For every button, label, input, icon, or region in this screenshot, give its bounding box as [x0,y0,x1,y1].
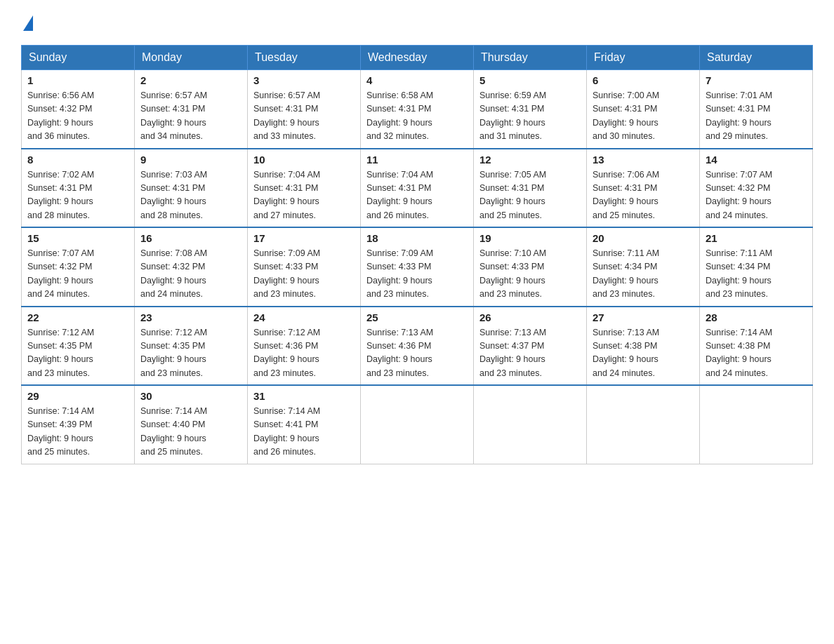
day-of-week-header: Thursday [474,46,587,70]
day-info: Sunrise: 7:03 AMSunset: 4:31 PMDaylight:… [140,168,241,223]
calendar-day-cell: 5Sunrise: 6:59 AMSunset: 4:31 PMDaylight… [474,70,587,149]
day-info: Sunrise: 7:06 AMSunset: 4:31 PMDaylight:… [593,168,694,223]
calendar-day-cell: 27Sunrise: 7:13 AMSunset: 4:38 PMDayligh… [587,307,700,386]
day-number: 7 [706,74,807,86]
calendar-day-cell: 18Sunrise: 7:09 AMSunset: 4:33 PMDayligh… [361,227,474,307]
day-info: Sunrise: 6:57 AMSunset: 4:31 PMDaylight:… [253,89,355,144]
calendar-day-cell: 19Sunrise: 7:10 AMSunset: 4:33 PMDayligh… [474,227,587,307]
day-info: Sunrise: 7:12 AMSunset: 4:35 PMDaylight:… [27,326,128,381]
day-of-week-header: Sunday [22,46,135,70]
calendar-day-cell [700,385,813,464]
calendar-week-row: 22Sunrise: 7:12 AMSunset: 4:35 PMDayligh… [22,307,813,386]
calendar-day-cell: 6Sunrise: 7:00 AMSunset: 4:31 PMDaylight… [587,70,700,149]
calendar-day-cell: 13Sunrise: 7:06 AMSunset: 4:31 PMDayligh… [587,149,700,228]
calendar-table: SundayMondayTuesdayWednesdayThursdayFrid… [21,45,813,464]
day-info: Sunrise: 7:10 AMSunset: 4:33 PMDaylight:… [479,247,581,302]
day-number: 24 [253,311,355,323]
calendar-day-cell: 10Sunrise: 7:04 AMSunset: 4:31 PMDayligh… [248,149,361,228]
calendar-day-cell: 29Sunrise: 7:14 AMSunset: 4:39 PMDayligh… [22,385,135,464]
day-info: Sunrise: 7:09 AMSunset: 4:33 PMDaylight:… [366,247,468,302]
day-number: 27 [593,311,694,323]
day-info: Sunrise: 7:01 AMSunset: 4:31 PMDaylight:… [706,89,807,144]
day-number: 4 [366,74,468,86]
calendar-day-cell: 17Sunrise: 7:09 AMSunset: 4:33 PMDayligh… [248,227,361,307]
day-info: Sunrise: 7:13 AMSunset: 4:38 PMDaylight:… [593,326,694,381]
calendar-day-cell: 14Sunrise: 7:07 AMSunset: 4:32 PMDayligh… [700,149,813,228]
page-header [21,14,813,31]
day-number: 8 [27,154,128,166]
calendar-day-cell: 21Sunrise: 7:11 AMSunset: 4:34 PMDayligh… [700,227,813,307]
day-number: 9 [140,154,241,166]
calendar-day-cell: 11Sunrise: 7:04 AMSunset: 4:31 PMDayligh… [361,149,474,228]
day-number: 10 [253,154,355,166]
logo-triangle-icon [23,15,33,31]
day-info: Sunrise: 7:04 AMSunset: 4:31 PMDaylight:… [366,168,468,223]
day-number: 22 [27,311,128,323]
calendar-day-cell: 30Sunrise: 7:14 AMSunset: 4:40 PMDayligh… [135,385,248,464]
day-info: Sunrise: 6:57 AMSunset: 4:31 PMDaylight:… [140,89,241,144]
day-number: 14 [706,154,807,166]
calendar-day-cell: 22Sunrise: 7:12 AMSunset: 4:35 PMDayligh… [22,307,135,386]
day-info: Sunrise: 7:07 AMSunset: 4:32 PMDaylight:… [27,247,128,302]
day-info: Sunrise: 7:11 AMSunset: 4:34 PMDaylight:… [593,247,694,302]
calendar-day-cell: 8Sunrise: 7:02 AMSunset: 4:31 PMDaylight… [22,149,135,228]
day-info: Sunrise: 7:04 AMSunset: 4:31 PMDaylight:… [253,168,355,223]
day-number: 21 [706,232,807,244]
day-number: 16 [140,232,241,244]
calendar-day-cell: 31Sunrise: 7:14 AMSunset: 4:41 PMDayligh… [248,385,361,464]
calendar-week-row: 8Sunrise: 7:02 AMSunset: 4:31 PMDaylight… [22,149,813,228]
day-number: 19 [479,232,581,244]
calendar-day-cell [474,385,587,464]
day-number: 5 [479,74,581,86]
day-number: 23 [140,311,241,323]
calendar-day-cell: 1Sunrise: 6:56 AMSunset: 4:32 PMDaylight… [22,70,135,149]
day-number: 25 [366,311,468,323]
day-info: Sunrise: 7:14 AMSunset: 4:39 PMDaylight:… [27,405,128,459]
day-number: 17 [253,232,355,244]
calendar-day-cell: 23Sunrise: 7:12 AMSunset: 4:35 PMDayligh… [135,307,248,386]
day-info: Sunrise: 7:13 AMSunset: 4:37 PMDaylight:… [479,326,581,381]
calendar-day-cell: 2Sunrise: 6:57 AMSunset: 4:31 PMDaylight… [135,70,248,149]
day-number: 6 [593,74,694,86]
calendar-week-row: 15Sunrise: 7:07 AMSunset: 4:32 PMDayligh… [22,227,813,307]
day-info: Sunrise: 7:07 AMSunset: 4:32 PMDaylight:… [706,168,807,223]
day-of-week-header: Wednesday [361,46,474,70]
calendar-day-cell: 25Sunrise: 7:13 AMSunset: 4:36 PMDayligh… [361,307,474,386]
day-info: Sunrise: 7:14 AMSunset: 4:40 PMDaylight:… [140,405,241,459]
day-number: 29 [27,390,128,402]
calendar-header-row: SundayMondayTuesdayWednesdayThursdayFrid… [22,46,813,70]
logo [21,14,33,31]
day-of-week-header: Monday [135,46,248,70]
day-number: 1 [27,74,128,86]
day-info: Sunrise: 6:56 AMSunset: 4:32 PMDaylight:… [27,89,128,144]
day-info: Sunrise: 7:05 AMSunset: 4:31 PMDaylight:… [479,168,581,223]
calendar-day-cell: 16Sunrise: 7:08 AMSunset: 4:32 PMDayligh… [135,227,248,307]
day-number: 11 [366,154,468,166]
day-info: Sunrise: 7:08 AMSunset: 4:32 PMDaylight:… [140,247,241,302]
day-number: 15 [27,232,128,244]
day-info: Sunrise: 7:11 AMSunset: 4:34 PMDaylight:… [706,247,807,302]
day-of-week-header: Saturday [700,46,813,70]
day-of-week-header: Friday [587,46,700,70]
calendar-day-cell: 7Sunrise: 7:01 AMSunset: 4:31 PMDaylight… [700,70,813,149]
day-info: Sunrise: 7:14 AMSunset: 4:38 PMDaylight:… [706,326,807,381]
day-of-week-header: Tuesday [248,46,361,70]
day-number: 26 [479,311,581,323]
day-number: 3 [253,74,355,86]
day-number: 13 [593,154,694,166]
calendar-day-cell: 15Sunrise: 7:07 AMSunset: 4:32 PMDayligh… [22,227,135,307]
day-number: 20 [593,232,694,244]
calendar-day-cell: 28Sunrise: 7:14 AMSunset: 4:38 PMDayligh… [700,307,813,386]
day-info: Sunrise: 7:09 AMSunset: 4:33 PMDaylight:… [253,247,355,302]
calendar-day-cell: 20Sunrise: 7:11 AMSunset: 4:34 PMDayligh… [587,227,700,307]
day-number: 28 [706,311,807,323]
day-info: Sunrise: 7:12 AMSunset: 4:36 PMDaylight:… [253,326,355,381]
calendar-day-cell: 4Sunrise: 6:58 AMSunset: 4:31 PMDaylight… [361,70,474,149]
calendar-week-row: 1Sunrise: 6:56 AMSunset: 4:32 PMDaylight… [22,70,813,149]
day-info: Sunrise: 7:12 AMSunset: 4:35 PMDaylight:… [140,326,241,381]
calendar-day-cell: 12Sunrise: 7:05 AMSunset: 4:31 PMDayligh… [474,149,587,228]
calendar-day-cell [587,385,700,464]
day-info: Sunrise: 6:58 AMSunset: 4:31 PMDaylight:… [366,89,468,144]
calendar-day-cell: 9Sunrise: 7:03 AMSunset: 4:31 PMDaylight… [135,149,248,228]
calendar-day-cell: 24Sunrise: 7:12 AMSunset: 4:36 PMDayligh… [248,307,361,386]
